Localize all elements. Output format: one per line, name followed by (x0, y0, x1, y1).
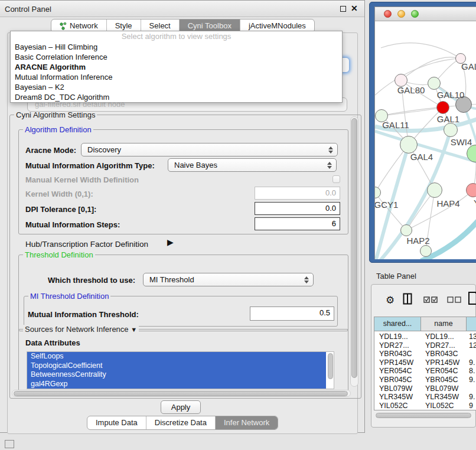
tab-label: Impute Data (96, 416, 138, 429)
table-row[interactable]: YER054C YER054C 8. (374, 367, 476, 376)
dropdown-item[interactable]: Basic Correlation Inference (11, 52, 342, 62)
node-label: GAL11 (382, 120, 409, 130)
aracne-mode-combo[interactable]: Discovery (81, 143, 338, 156)
mi-steps-input[interactable]: 6 (255, 217, 340, 230)
mi-threshold-input[interactable]: 0.5 (250, 306, 334, 321)
collapse-arrow-icon[interactable]: ▼ (131, 326, 137, 333)
list-item[interactable]: BetweennessCentrality (27, 370, 326, 380)
cell: YER054C (379, 367, 412, 376)
table-body[interactable]: YDL19... YDL19... 13 YDR27... YDR27... 1… (374, 331, 476, 409)
zoom-traffic-light-icon[interactable] (411, 10, 419, 18)
node-gal10[interactable] (428, 77, 441, 90)
dpi-tolerance-label: DPI Tolerance [0,1]: (25, 205, 96, 214)
scrollbar-thumb[interactable] (14, 391, 348, 396)
node-swi4[interactable] (444, 123, 458, 137)
which-threshold-combo[interactable]: MI Threshold (143, 273, 314, 286)
cell: YER054C (425, 367, 458, 376)
node-hap4[interactable] (427, 182, 442, 198)
cell: YBR043C (425, 350, 458, 358)
list-item[interactable]: gal4RGexp (27, 380, 326, 389)
cell: YDL19... (379, 332, 408, 341)
node-label: SWI4 (451, 137, 472, 147)
docked-panel-icon[interactable] (5, 440, 14, 448)
column-view-icon[interactable] (403, 293, 412, 305)
float-window-icon[interactable] (340, 6, 346, 12)
node-table: shared... name YDL19... YDL19... 13 YDR2… (374, 317, 476, 410)
table-header-row: shared... name (374, 317, 476, 331)
settings-vertical-scrollbar[interactable] (350, 116, 358, 387)
close-traffic-light-icon[interactable] (384, 10, 392, 18)
table-row[interactable]: YBL079W YBL079W (374, 384, 476, 393)
mi-algorithm-type-combo[interactable]: Naive Bayes (168, 158, 337, 172)
column-header-shared[interactable]: shared... (374, 317, 421, 331)
table-row[interactable]: YDL19... YDL19... 13 (374, 332, 476, 341)
network-view-window[interactable]: GAL7 GAL80 GAL10 GAL1 GAL11 SWI4 GAL4 GC… (369, 2, 476, 263)
network-window-titlebar (375, 7, 476, 21)
group-title: Sources for Network Inference ▼ (23, 325, 139, 334)
list-item[interactable]: TopologicalCoefficient (27, 361, 326, 371)
data-attributes-label: Data Attributes (25, 338, 80, 347)
list-item[interactable]: SelfLoops (27, 352, 326, 361)
close-icon[interactable]: ✕ (351, 4, 358, 13)
gear-icon[interactable]: ⚙ (386, 294, 395, 306)
dropdown-item[interactable]: Bayesian – K2 (11, 82, 342, 92)
cell: YIL052C (425, 402, 454, 409)
column-header-partial[interactable] (467, 317, 476, 331)
combo-stepper-icon (327, 161, 332, 169)
node-partial[interactable] (420, 245, 432, 257)
cell: YBL079W (425, 384, 458, 393)
manual-kernel-checkbox[interactable] (332, 175, 340, 183)
list-scrollbar[interactable] (328, 353, 333, 379)
mi-threshold-label: Mutual Information Threshold: (28, 310, 139, 319)
kernel-width-input[interactable]: 0.0 (255, 187, 340, 200)
node-hap2[interactable] (400, 224, 412, 236)
hub-section-label[interactable]: Hub/Transcription Factor Definition (25, 240, 148, 249)
mi-type-label: Mutual Information Algorithm Type: (25, 161, 155, 170)
table-panel: ⚙ shared... name YDL19... YDL19.. (371, 284, 476, 428)
node-label: GAL7 (461, 61, 476, 71)
cell: 13 (469, 332, 476, 341)
group-title: Cyni Algorithm Settings (14, 110, 97, 119)
table-row[interactable]: YBR043C YBR043C (374, 350, 476, 358)
node-label: Y (474, 198, 476, 208)
table-row[interactable]: YLR345W YLR345W 9. (374, 393, 476, 402)
minimize-traffic-light-icon[interactable] (397, 10, 405, 18)
node-gal4[interactable] (400, 136, 418, 154)
group-title: Threshold Definition (23, 250, 95, 259)
node-gal1[interactable] (436, 101, 449, 114)
cell: YBR045C (379, 376, 412, 384)
table-row[interactable]: YIL052C YIL052C 9 (374, 402, 476, 409)
dropdown-item[interactable]: Dream8 DC_TDC Algorithm (11, 92, 342, 102)
expand-arrow-icon[interactable]: ▶ (167, 237, 174, 247)
dropdown-item-selected[interactable]: ARACNE Algorithm (11, 62, 342, 72)
table-row[interactable]: YBR045C YBR045C 9. (374, 376, 476, 384)
network-window-inner: GAL7 GAL80 GAL10 GAL1 GAL11 SWI4 GAL4 GC… (374, 6, 476, 259)
node-salmon[interactable] (466, 183, 476, 197)
document-icon[interactable] (468, 291, 476, 305)
network-canvas[interactable]: GAL7 GAL80 GAL10 GAL1 GAL11 SWI4 GAL4 GC… (375, 21, 476, 259)
algorithm-dropdown-list: Select algorithm to view settings Bayesi… (10, 31, 343, 103)
tab-impute-data[interactable]: Impute Data (87, 416, 146, 429)
table-row[interactable]: YPR145W YPR145W 9. (374, 358, 476, 367)
tab-discretize-data[interactable]: Discretize Data (146, 416, 215, 429)
dpi-tolerance-input[interactable]: 0.0 (255, 202, 340, 215)
cell: YLR345W (425, 393, 459, 402)
select-all-checkboxes-icon[interactable] (423, 296, 438, 303)
scrollbar-thumb[interactable] (376, 413, 471, 418)
apply-button[interactable]: Apply (161, 400, 201, 414)
column-header-name[interactable]: name (421, 317, 467, 331)
table-horizontal-scrollbar[interactable] (375, 412, 474, 419)
node-label: GAL80 (397, 85, 425, 95)
scrollbar-thumb[interactable] (351, 118, 357, 378)
dropdown-item[interactable]: Bayesian – Hill Climbing (11, 42, 342, 52)
dropdown-item[interactable]: Mutual Information Inference (11, 72, 342, 82)
deselect-all-checkboxes-icon[interactable] (447, 296, 462, 303)
control-panel-window: Control Panel ✕ Network Style Select Cyn… (0, 0, 365, 433)
node-label: GAL4 (410, 152, 433, 162)
settings-horizontal-scrollbar[interactable] (12, 390, 351, 397)
tab-infer-network[interactable]: Infer Network (215, 416, 278, 429)
cell: 9. (469, 376, 475, 384)
table-row[interactable]: YDR27... YDR27... 12 (374, 341, 476, 350)
cell: YDL19... (425, 332, 454, 341)
cell: YDR27... (425, 341, 455, 350)
